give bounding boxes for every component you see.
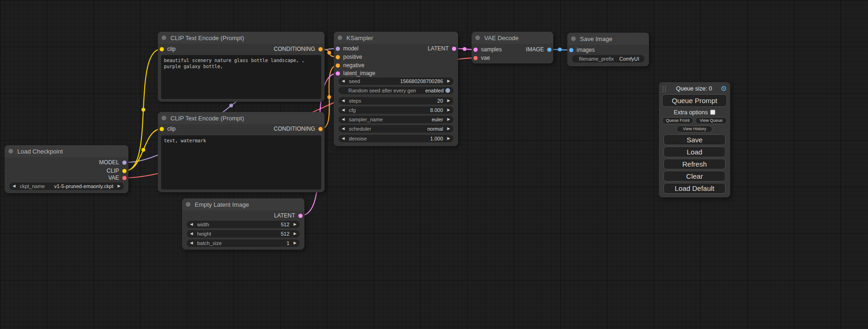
view-history-button[interactable]: View History — [677, 126, 713, 133]
wire-midpoint-dot[interactable] — [463, 47, 466, 51]
widget-label: filename_prefix — [579, 56, 614, 62]
output-dot-clip[interactable] — [122, 169, 127, 173]
node-ksampler[interactable]: KSampler model positive negative latent_… — [334, 32, 458, 146]
random-seed-widget[interactable]: Random seed after every gen enabled — [339, 87, 453, 94]
wire-midpoint-dot[interactable] — [327, 51, 331, 55]
decrement-arrow-icon[interactable]: ◀ — [342, 97, 345, 105]
decrement-arrow-icon[interactable]: ◀ — [13, 182, 15, 190]
queue-menu-panel[interactable]: Queue size: 0 ⚙ Queue Prompt Extra optio… — [659, 82, 730, 197]
output-dot-vae[interactable] — [122, 176, 127, 180]
node-empty-latent-image[interactable]: Empty Latent Image LATENT ◀ width 512 ▶ … — [182, 198, 304, 250]
output-dot-conditioning[interactable] — [318, 47, 323, 51]
input-dot-images[interactable] — [569, 48, 573, 52]
extra-options-checkbox[interactable] — [710, 110, 715, 115]
queue-front-button[interactable]: Queue Front — [662, 117, 693, 124]
node-title-bar[interactable]: Save Image — [567, 33, 649, 45]
decrement-arrow-icon[interactable]: ◀ — [190, 230, 193, 238]
decrement-arrow-icon[interactable]: ◀ — [342, 77, 345, 85]
output-dot-conditioning[interactable] — [318, 127, 323, 131]
prompt-textarea[interactable]: beautiful scenery nature glass bottle la… — [161, 55, 321, 99]
clear-button[interactable]: Clear — [663, 171, 726, 182]
increment-arrow-icon[interactable]: ▶ — [294, 239, 296, 247]
increment-arrow-icon[interactable]: ▶ — [447, 77, 450, 85]
wire-midpoint-dot[interactable] — [141, 108, 145, 112]
output-slot-image: IMAGE — [526, 46, 551, 53]
node-title: Empty Latent Image — [195, 201, 249, 208]
refresh-button[interactable]: Refresh — [663, 159, 726, 169]
increment-arrow-icon[interactable]: ▶ — [118, 182, 120, 190]
node-clip-text-encode-positive[interactable]: CLIP Text Encode (Prompt) clip CONDITION… — [158, 32, 325, 102]
increment-arrow-icon[interactable]: ▶ — [447, 97, 450, 105]
decrement-arrow-icon[interactable]: ◀ — [342, 135, 345, 142]
scheduler-widget[interactable]: ◀ scheduler normal ▶ — [339, 125, 453, 133]
wire-midpoint-dot[interactable] — [327, 95, 331, 99]
node-title-bar[interactable]: CLIP Text Encode (Prompt) — [158, 112, 325, 124]
node-clip-text-encode-negative[interactable]: CLIP Text Encode (Prompt) clip CONDITION… — [158, 112, 325, 192]
steps-widget[interactable]: ◀ steps 20 ▶ — [339, 97, 453, 105]
height-widget[interactable]: ◀ height 512 ▶ — [187, 230, 300, 238]
sampler-name-widget[interactable]: ◀ sampler_name euler ▶ — [339, 116, 453, 123]
decrement-arrow-icon[interactable]: ◀ — [342, 106, 345, 114]
increment-arrow-icon[interactable]: ▶ — [294, 230, 296, 238]
prompt-textarea[interactable]: text, watermark — [161, 135, 321, 189]
wire-midpoint-dot[interactable] — [141, 148, 145, 152]
node-vae-decode[interactable]: VAE Decode samples vae IMAGE — [472, 32, 553, 63]
ckpt-name-widget[interactable]: ◀ ckpt_name v1-5-pruned-emaonly.ckpt ▶ — [9, 182, 124, 190]
load-button[interactable]: Load — [663, 147, 726, 157]
load-default-button[interactable]: Load Default — [663, 183, 726, 194]
increment-arrow-icon[interactable]: ▶ — [447, 125, 450, 133]
collapse-dot-icon[interactable] — [186, 202, 191, 207]
decrement-arrow-icon[interactable]: ◀ — [342, 125, 345, 133]
node-title-bar[interactable]: Load Checkpoint — [5, 145, 128, 157]
collapse-dot-icon[interactable] — [162, 116, 166, 120]
save-button[interactable]: Save — [663, 134, 726, 145]
collapse-dot-icon[interactable] — [162, 35, 166, 40]
input-dot-clip[interactable] — [160, 47, 164, 51]
collapse-dot-icon[interactable] — [571, 36, 576, 41]
input-dot-clip[interactable] — [160, 127, 164, 131]
output-dot-image[interactable] — [547, 48, 551, 52]
output-dot-latent[interactable] — [452, 47, 456, 51]
node-load-checkpoint[interactable]: Load Checkpoint MODEL CLIP VAE ◀ ckpt_na… — [5, 145, 128, 193]
increment-arrow-icon[interactable]: ▶ — [447, 116, 450, 123]
input-dot-samples[interactable] — [473, 48, 478, 52]
node-title-bar[interactable]: CLIP Text Encode (Prompt) — [158, 32, 325, 44]
cfg-widget[interactable]: ◀ cfg 8.000 ▶ — [339, 106, 453, 114]
input-dot-model[interactable] — [336, 47, 340, 51]
decrement-arrow-icon[interactable]: ◀ — [342, 116, 345, 123]
width-widget[interactable]: ◀ width 512 ▶ — [187, 221, 300, 228]
input-dot-latent-image[interactable] — [336, 71, 340, 76]
node-save-image[interactable]: Save Image images filename_prefix ComfyU… — [567, 33, 649, 66]
view-queue-button[interactable]: View Queue — [695, 117, 727, 124]
node-title-bar[interactable]: KSampler — [334, 32, 458, 44]
output-dot-model[interactable] — [122, 161, 127, 165]
input-dot-positive[interactable] — [336, 55, 340, 59]
drag-handle-icon[interactable] — [663, 86, 663, 87]
node-title-bar[interactable]: Empty Latent Image — [182, 198, 304, 210]
seed-widget[interactable]: ◀ seed 156680208700286 ▶ — [339, 77, 453, 85]
wire-midpoint-dot[interactable] — [229, 104, 233, 107]
input-dot-negative[interactable] — [336, 63, 340, 68]
output-slot-latent: LATENT — [274, 212, 303, 219]
collapse-dot-icon[interactable] — [475, 35, 480, 40]
filename-prefix-widget[interactable]: filename_prefix ComfyUI — [572, 55, 644, 63]
increment-arrow-icon[interactable]: ▶ — [447, 135, 450, 142]
collapse-dot-icon[interactable] — [338, 35, 342, 40]
output-dot-latent[interactable] — [298, 214, 303, 218]
denoise-widget[interactable]: ◀ denoise 1.000 ▶ — [339, 135, 453, 142]
input-dot-vae[interactable] — [473, 56, 478, 60]
graph-canvas[interactable]: Load Checkpoint MODEL CLIP VAE ◀ ckpt_na… — [0, 0, 868, 329]
decrement-arrow-icon[interactable]: ◀ — [190, 239, 193, 247]
increment-arrow-icon[interactable]: ▶ — [447, 106, 450, 114]
settings-gear-icon[interactable]: ⚙ — [721, 85, 727, 92]
output-slot-conditioning: CONDITIONING — [274, 46, 323, 52]
decrement-arrow-icon[interactable]: ◀ — [190, 221, 193, 228]
wire-midpoint-dot[interactable] — [558, 48, 562, 51]
node-title-bar[interactable]: VAE Decode — [472, 32, 553, 44]
collapse-dot-icon[interactable] — [8, 149, 13, 154]
increment-arrow-icon[interactable]: ▶ — [294, 221, 296, 228]
toggle-enabled-icon[interactable] — [445, 88, 450, 93]
batch-size-widget[interactable]: ◀ batch_size 1 ▶ — [187, 239, 300, 247]
input-slot-images: images — [569, 47, 595, 53]
queue-prompt-button[interactable]: Queue Prompt — [662, 94, 727, 107]
